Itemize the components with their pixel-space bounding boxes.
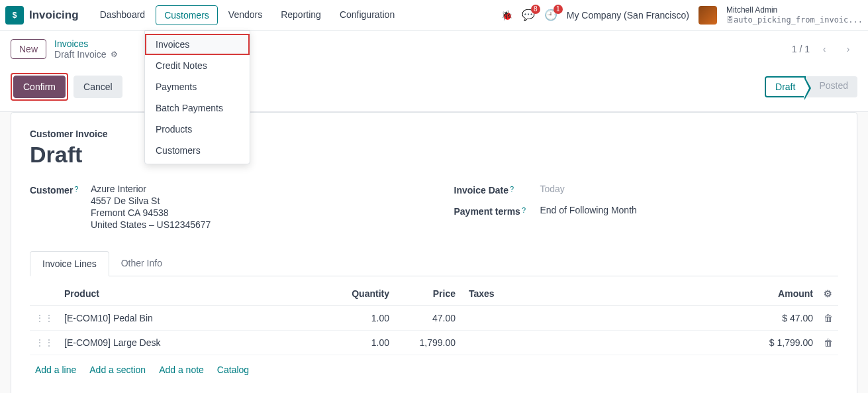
clock-icon[interactable]: 🕘1 xyxy=(544,9,557,21)
status-posted[interactable]: Posted xyxy=(806,76,857,97)
user-name: Mitchell Admin xyxy=(726,5,863,15)
cell-product[interactable]: [E-COM09] Large Desk xyxy=(59,331,315,355)
cell-amount: $ 47.00 xyxy=(514,306,818,331)
help-icon[interactable]: ? xyxy=(74,185,78,193)
new-button[interactable]: New xyxy=(11,39,46,59)
status-indicator: Draft Posted xyxy=(765,76,857,97)
drag-handle-icon[interactable]: ⋮⋮ xyxy=(30,331,59,355)
company-selector[interactable]: My Company (San Francisco) xyxy=(567,10,689,21)
help-icon[interactable]: ? xyxy=(510,185,514,193)
confirm-button[interactable]: Confirm xyxy=(13,76,66,98)
dd-customers[interactable]: Customers xyxy=(145,140,250,161)
th-price: Price xyxy=(395,282,461,306)
user-db: 🗄auto_picking_from_invoic... xyxy=(726,15,863,25)
add-section-link[interactable]: Add a section xyxy=(89,365,146,375)
customer-value[interactable]: Azure Interior 4557 De Silva St Fremont … xyxy=(91,184,211,231)
nav-configuration[interactable]: Configuration xyxy=(332,5,403,25)
tabs: Invoice Lines Other Info xyxy=(30,251,838,276)
gear-icon[interactable]: ⚙ xyxy=(111,50,118,59)
invoice-lines-table: Product Quantity Price Taxes Amount ⚙ ⋮⋮… xyxy=(30,282,838,355)
nav-customers[interactable]: Customers xyxy=(156,5,218,25)
trash-icon[interactable]: 🗑 xyxy=(818,306,838,331)
table-row[interactable]: ⋮⋮ [E-COM09] Large Desk 1.00 1,799.00 $ … xyxy=(30,331,838,355)
tab-invoice-lines[interactable]: Invoice Lines xyxy=(30,251,109,276)
form-col-left: Customer? Azure Interior 4557 De Silva S… xyxy=(30,184,414,235)
invoice-date-label: Invoice Date? xyxy=(454,184,540,196)
chat-icon[interactable]: 💬8 xyxy=(522,9,535,21)
chat-badge: 8 xyxy=(531,5,540,14)
th-amount: Amount xyxy=(514,282,818,306)
database-icon: 🗄 xyxy=(726,16,734,25)
catalog-link[interactable]: Catalog xyxy=(217,365,249,375)
table-row[interactable]: ⋮⋮ [E-COM10] Pedal Bin 1.00 47.00 $ 47.0… xyxy=(30,306,838,331)
add-line-link[interactable]: Add a line xyxy=(35,365,76,375)
line-actions: Add a line Add a section Add a note Cata… xyxy=(30,355,838,384)
customer-label: Customer? xyxy=(30,184,91,231)
confirm-highlight: Confirm xyxy=(11,73,68,101)
help-icon[interactable]: ? xyxy=(522,206,526,214)
add-note-link[interactable]: Add a note xyxy=(159,365,204,375)
pager-next[interactable]: › xyxy=(839,40,857,58)
cell-taxes[interactable] xyxy=(461,306,514,331)
customers-dropdown: Invoices Credit Notes Payments Batch Pay… xyxy=(144,30,250,164)
breadcrumb: Invoices Draft Invoice⚙ xyxy=(54,38,118,60)
app-name: Invoicing xyxy=(29,9,79,22)
breadcrumb-link[interactable]: Invoices xyxy=(54,38,118,49)
th-taxes: Taxes xyxy=(461,282,514,306)
invoice-date-value[interactable]: Today xyxy=(540,184,565,196)
action-bar: Confirm Cancel Draft Posted xyxy=(0,68,868,112)
user-block[interactable]: Mitchell Admin 🗄auto_picking_from_invoic… xyxy=(726,5,863,25)
cell-price[interactable]: 1,799.00 xyxy=(395,331,461,355)
tab-other-info[interactable]: Other Info xyxy=(109,251,174,276)
pager-count: 1 / 1 xyxy=(792,44,810,54)
dd-payments[interactable]: Payments xyxy=(145,76,250,97)
cell-qty[interactable]: 1.00 xyxy=(315,306,395,331)
nav-dashboard[interactable]: Dashboard xyxy=(92,5,154,25)
dd-products[interactable]: Products xyxy=(145,119,250,140)
dd-batch-payments[interactable]: Batch Payments xyxy=(145,97,250,119)
form-sheet: Customer Invoice Draft Customer? Azure I… xyxy=(11,112,857,393)
pager: 1 / 1 ‹ › xyxy=(792,40,857,58)
pager-prev[interactable]: ‹ xyxy=(815,40,834,58)
trash-icon[interactable]: 🗑 xyxy=(818,331,838,355)
form-col-right: Invoice Date? Today Payment terms? End o… xyxy=(454,184,839,235)
nav-reporting[interactable]: Reporting xyxy=(273,5,329,25)
columns-options-icon[interactable]: ⚙ xyxy=(818,282,838,306)
avatar[interactable] xyxy=(699,6,717,25)
status-draft[interactable]: Draft xyxy=(765,76,806,97)
control-bar: New Invoices Draft Invoice⚙ 1 / 1 ‹ › xyxy=(0,30,868,68)
nav-menu: Dashboard Customers Vendors Reporting Co… xyxy=(92,5,403,25)
topbar: $ Invoicing Dashboard Customers Vendors … xyxy=(0,0,868,30)
payment-terms-value[interactable]: End of Following Month xyxy=(540,205,637,217)
topbar-right: 🐞 💬8 🕘1 My Company (San Francisco) Mitch… xyxy=(501,5,863,25)
cell-product[interactable]: [E-COM10] Pedal Bin xyxy=(59,306,315,331)
payment-terms-label: Payment terms? xyxy=(454,205,540,217)
cell-qty[interactable]: 1.00 xyxy=(315,331,395,355)
dd-invoices[interactable]: Invoices xyxy=(145,34,250,55)
dd-credit-notes[interactable]: Credit Notes xyxy=(145,55,250,76)
cell-price[interactable]: 47.00 xyxy=(395,306,461,331)
cell-amount: $ 1,799.00 xyxy=(514,331,818,355)
nav-vendors[interactable]: Vendors xyxy=(220,5,270,25)
cancel-button[interactable]: Cancel xyxy=(73,76,122,98)
drag-handle-icon[interactable]: ⋮⋮ xyxy=(30,306,59,331)
form-grid: Customer? Azure Interior 4557 De Silva S… xyxy=(30,184,838,235)
th-quantity: Quantity xyxy=(315,282,395,306)
cell-taxes[interactable] xyxy=(461,331,514,355)
breadcrumb-current: Draft Invoice⚙ xyxy=(54,49,118,60)
th-product: Product xyxy=(59,282,315,306)
bug-icon[interactable]: 🐞 xyxy=(501,10,512,21)
clock-badge: 1 xyxy=(554,5,563,14)
app-icon[interactable]: $ xyxy=(5,6,24,25)
